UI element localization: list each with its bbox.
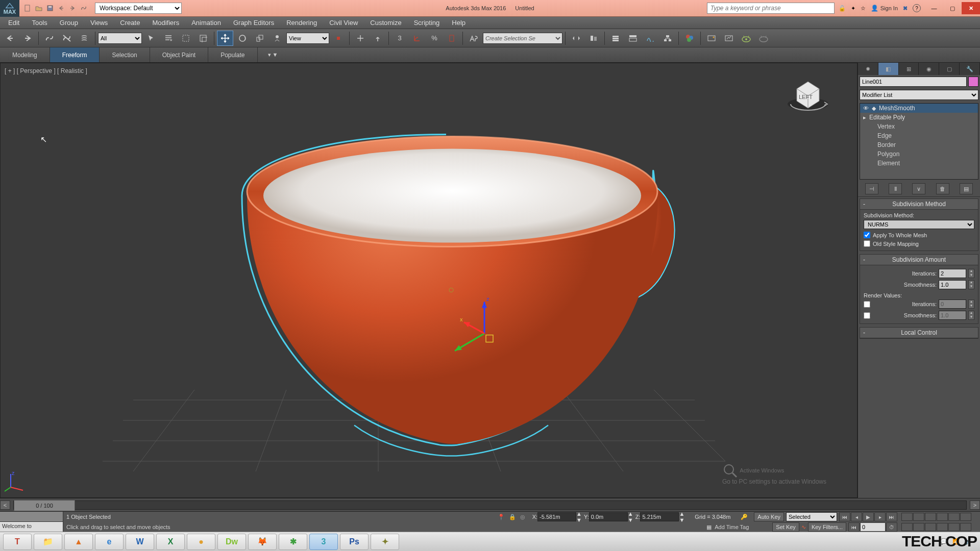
ref-coord-system[interactable]: View	[286, 33, 329, 44]
redo-button[interactable]	[19, 31, 36, 46]
render-smooth-checkbox[interactable]	[864, 312, 870, 319]
save-icon[interactable]	[45, 3, 55, 13]
taskbar-app-excel[interactable]: X	[156, 534, 185, 550]
close-button[interactable]: ✕	[962, 2, 980, 14]
next-frame-button[interactable]: ▸	[874, 512, 886, 521]
maximize-button[interactable]: ▢	[943, 2, 962, 14]
rollout-header[interactable]: Subdivision Amount	[860, 255, 978, 265]
display-tab[interactable]: ▢	[939, 63, 960, 75]
object-color-swatch[interactable]	[968, 77, 978, 87]
perspective-viewport[interactable]: [ + ] [ Perspective ] [ Realistic ] ↖	[0, 63, 857, 498]
exchange-icon[interactable]: ✦	[851, 5, 855, 12]
material-editor-button[interactable]	[681, 31, 698, 46]
fov-button[interactable]	[948, 513, 960, 521]
modifier-list-dropdown[interactable]: Modifier List	[860, 90, 978, 100]
zoom-extents-all-button[interactable]	[937, 513, 948, 521]
spinner-icon[interactable]: ▲▼	[968, 269, 974, 278]
isolate-icon[interactable]: ◎	[520, 514, 525, 520]
smoothness-field[interactable]	[939, 280, 966, 289]
goto-start-button[interactable]: ⏮	[839, 512, 850, 521]
create-tab[interactable]: ✸	[858, 63, 878, 75]
select-region-button[interactable]	[178, 31, 194, 46]
undo-button[interactable]	[2, 31, 18, 46]
select-scale-button[interactable]	[252, 31, 268, 46]
goto-end-button[interactable]: ⏭	[886, 512, 897, 521]
nav6-button[interactable]	[960, 523, 971, 531]
taskbar-app-3dsmax[interactable]: 3	[309, 534, 338, 550]
menu-civil-view[interactable]: Civil View	[323, 17, 364, 29]
new-icon[interactable]	[22, 3, 33, 13]
render-iterative-button[interactable]	[755, 31, 772, 46]
current-frame-field[interactable]	[860, 522, 886, 532]
render-production-button[interactable]	[738, 31, 754, 46]
menu-animation[interactable]: Animation	[185, 17, 227, 29]
key-curve-icon[interactable]: ∿	[801, 524, 806, 531]
selection-filter[interactable]: All	[98, 33, 142, 44]
ribbon-tab-freeform[interactable]: Freeform	[50, 47, 100, 62]
rollout-header[interactable]: Subdivision Method	[860, 199, 978, 210]
zoom-extents-button[interactable]	[925, 513, 936, 521]
trackbar[interactable]	[0, 512, 63, 522]
select-object-button[interactable]	[143, 31, 159, 46]
window-crossing-button[interactable]	[195, 31, 211, 46]
apply-whole-mesh-checkbox[interactable]: Apply To Whole Mesh	[864, 231, 974, 239]
show-end-button[interactable]: Ⅱ	[889, 183, 902, 194]
menu-scripting[interactable]: Scripting	[408, 17, 446, 29]
stack-item[interactable]: Element	[860, 159, 978, 168]
pan-button[interactable]	[960, 513, 971, 521]
infocenter-icon[interactable]: 🔓	[839, 5, 846, 12]
object-name-field[interactable]	[860, 77, 967, 87]
key-mode-select[interactable]: Selected	[786, 512, 837, 521]
taskbar-app-ie[interactable]: e	[95, 534, 124, 550]
edit-selection-set-button[interactable]	[465, 31, 482, 46]
key-filters-button[interactable]: Key Filters...	[808, 522, 846, 532]
select-place-button[interactable]	[269, 31, 285, 46]
favorites-icon[interactable]: ☆	[861, 5, 866, 12]
taskbar-app-tally[interactable]: T	[3, 534, 32, 550]
menu-edit[interactable]: Edit	[2, 17, 26, 29]
menu-help[interactable]: Help	[446, 17, 472, 29]
spinner-icon[interactable]: ▲▼	[968, 311, 974, 320]
open-icon[interactable]	[34, 3, 44, 13]
curve-editor-button[interactable]	[642, 31, 658, 46]
select-name-button[interactable]	[160, 31, 177, 46]
render-frame-button[interactable]	[721, 31, 737, 46]
stack-item[interactable]: Vertex	[860, 122, 978, 131]
ribbon-tab-selection[interactable]: Selection	[100, 47, 150, 62]
pin-stack-button[interactable]: ⊣	[865, 183, 878, 194]
mirror-button[interactable]	[568, 31, 584, 46]
hierarchy-tab[interactable]: ⊞	[899, 63, 919, 75]
remove-modifier-button[interactable]: 🗑	[936, 183, 949, 194]
configure-sets-button[interactable]: ▤	[960, 183, 973, 194]
snap-toggle-button[interactable]: 3	[391, 31, 408, 46]
zoom-button[interactable]	[901, 513, 913, 521]
play-button[interactable]: ▶	[863, 512, 874, 521]
old-style-mapping-checkbox[interactable]: Old Style Mapping	[864, 239, 974, 248]
stack-item[interactable]: Polygon	[860, 149, 978, 159]
maxscript-listener[interactable]: Welcome to	[0, 522, 63, 532]
walk-button[interactable]	[913, 523, 924, 531]
select-manipulate-button[interactable]	[352, 31, 369, 46]
ribbon-tab-object-paint[interactable]: Object Paint	[150, 47, 208, 62]
zoom-all-button[interactable]	[913, 513, 924, 521]
taskbar-app-explorer[interactable]: 📁	[34, 534, 62, 550]
nav5-button[interactable]	[948, 523, 960, 531]
subdiv-method-select[interactable]: NURMS	[864, 220, 974, 229]
toggle-ribbon-button[interactable]	[625, 31, 641, 46]
cup-model[interactable]: z x	[211, 114, 681, 461]
layer-explorer-button[interactable]	[607, 31, 624, 46]
taskbar-app-firefox[interactable]: 🦊	[248, 534, 277, 550]
selection-lock-icon[interactable]: 📍	[498, 514, 505, 520]
render-iterations-field[interactable]	[939, 299, 966, 309]
workspace-selector[interactable]: Workspace: Default	[95, 3, 182, 14]
utilities-tab[interactable]: 🔧	[960, 63, 980, 75]
taskbar-app-vlc[interactable]: ▲	[64, 534, 93, 550]
link-button[interactable]	[41, 31, 58, 46]
motion-tab[interactable]: ◉	[919, 63, 939, 75]
align-button[interactable]	[585, 31, 602, 46]
unlink-button[interactable]	[59, 31, 75, 46]
taskbar-app-chrome[interactable]: ●	[187, 534, 215, 550]
taskbar-app-dreamweaver[interactable]: Dw	[217, 534, 246, 550]
ribbon-tab-populate[interactable]: Populate	[208, 47, 257, 62]
modifier-stack[interactable]: 👁 ◆ MeshSmooth▸ Editable PolyVertexEdgeB…	[860, 103, 978, 180]
